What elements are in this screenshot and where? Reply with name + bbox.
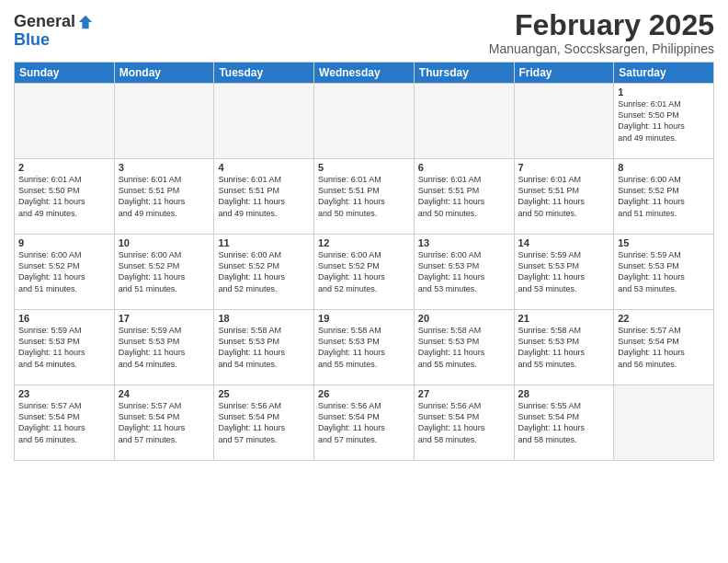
month-title: February 2025 bbox=[489, 9, 714, 41]
col-header-saturday: Saturday bbox=[614, 63, 714, 84]
calendar-week-5: 23Sunrise: 5:57 AM Sunset: 5:54 PM Dayli… bbox=[15, 385, 714, 461]
logo-general: General bbox=[14, 13, 75, 31]
day-info: Sunrise: 5:58 AM Sunset: 5:53 PM Dayligh… bbox=[418, 325, 510, 370]
calendar-cell bbox=[614, 385, 714, 461]
day-number: 17 bbox=[119, 313, 210, 324]
calendar-cell: 9Sunrise: 6:00 AM Sunset: 5:52 PM Daylig… bbox=[15, 235, 115, 310]
calendar-cell: 11Sunrise: 6:00 AM Sunset: 5:52 PM Dayli… bbox=[214, 235, 314, 310]
calendar-cell: 13Sunrise: 6:00 AM Sunset: 5:53 PM Dayli… bbox=[414, 235, 514, 310]
calendar-cell bbox=[15, 84, 115, 159]
day-info: Sunrise: 6:01 AM Sunset: 5:51 PM Dayligh… bbox=[518, 174, 610, 219]
calendar-cell: 24Sunrise: 5:57 AM Sunset: 5:54 PM Dayli… bbox=[114, 385, 214, 461]
day-number: 12 bbox=[318, 237, 410, 248]
day-info: Sunrise: 6:00 AM Sunset: 5:52 PM Dayligh… bbox=[119, 249, 210, 294]
day-info: Sunrise: 5:56 AM Sunset: 5:54 PM Dayligh… bbox=[418, 400, 510, 445]
calendar-cell: 27Sunrise: 5:56 AM Sunset: 5:54 PM Dayli… bbox=[414, 385, 514, 461]
calendar-cell: 20Sunrise: 5:58 AM Sunset: 5:53 PM Dayli… bbox=[414, 310, 514, 385]
calendar-cell bbox=[314, 84, 415, 159]
calendar-cell bbox=[514, 84, 614, 159]
day-number: 15 bbox=[618, 237, 710, 248]
col-header-tuesday: Tuesday bbox=[214, 63, 314, 84]
day-number: 9 bbox=[18, 237, 110, 248]
day-number: 6 bbox=[418, 162, 510, 173]
calendar-header-row: SundayMondayTuesdayWednesdayThursdayFrid… bbox=[15, 63, 714, 84]
calendar-cell: 7Sunrise: 6:01 AM Sunset: 5:51 PM Daylig… bbox=[514, 159, 614, 235]
calendar-cell: 17Sunrise: 5:59 AM Sunset: 5:53 PM Dayli… bbox=[114, 310, 214, 385]
col-header-wednesday: Wednesday bbox=[314, 63, 415, 84]
day-number: 8 bbox=[618, 162, 710, 173]
day-info: Sunrise: 5:58 AM Sunset: 5:53 PM Dayligh… bbox=[518, 325, 610, 370]
calendar-cell: 14Sunrise: 5:59 AM Sunset: 5:53 PM Dayli… bbox=[514, 235, 614, 310]
day-info: Sunrise: 5:57 AM Sunset: 5:54 PM Dayligh… bbox=[18, 400, 110, 445]
day-number: 2 bbox=[18, 162, 110, 173]
col-header-sunday: Sunday bbox=[15, 63, 115, 84]
day-info: Sunrise: 5:59 AM Sunset: 5:53 PM Dayligh… bbox=[18, 325, 110, 370]
day-number: 20 bbox=[418, 313, 510, 324]
day-info: Sunrise: 6:01 AM Sunset: 5:50 PM Dayligh… bbox=[18, 174, 110, 219]
title-block: February 2025 Manuangan, Soccsksargen, P… bbox=[489, 9, 714, 56]
day-info: Sunrise: 6:01 AM Sunset: 5:51 PM Dayligh… bbox=[119, 174, 210, 219]
calendar-cell: 19Sunrise: 5:58 AM Sunset: 5:53 PM Dayli… bbox=[314, 310, 415, 385]
day-info: Sunrise: 6:01 AM Sunset: 5:51 PM Dayligh… bbox=[418, 174, 510, 219]
day-info: Sunrise: 5:59 AM Sunset: 5:53 PM Dayligh… bbox=[618, 249, 710, 294]
calendar-cell: 1Sunrise: 6:01 AM Sunset: 5:50 PM Daylig… bbox=[614, 84, 714, 159]
day-info: Sunrise: 5:56 AM Sunset: 5:54 PM Dayligh… bbox=[218, 400, 310, 445]
day-number: 24 bbox=[119, 388, 210, 399]
logo: General Blue bbox=[14, 13, 94, 50]
svg-marker-0 bbox=[79, 16, 92, 29]
calendar-cell: 25Sunrise: 5:56 AM Sunset: 5:54 PM Dayli… bbox=[214, 385, 314, 461]
calendar-cell: 26Sunrise: 5:56 AM Sunset: 5:54 PM Dayli… bbox=[314, 385, 415, 461]
col-header-friday: Friday bbox=[514, 63, 614, 84]
day-info: Sunrise: 6:00 AM Sunset: 5:52 PM Dayligh… bbox=[318, 249, 410, 294]
day-number: 19 bbox=[318, 313, 410, 324]
day-number: 13 bbox=[418, 237, 510, 248]
day-info: Sunrise: 5:56 AM Sunset: 5:54 PM Dayligh… bbox=[318, 400, 410, 445]
day-number: 25 bbox=[218, 388, 310, 399]
col-header-monday: Monday bbox=[114, 63, 214, 84]
calendar-cell: 2Sunrise: 6:01 AM Sunset: 5:50 PM Daylig… bbox=[15, 159, 115, 235]
day-info: Sunrise: 6:00 AM Sunset: 5:53 PM Dayligh… bbox=[418, 249, 510, 294]
calendar-cell: 28Sunrise: 5:55 AM Sunset: 5:54 PM Dayli… bbox=[514, 385, 614, 461]
page: General Blue February 2025 Manuangan, So… bbox=[0, 0, 728, 563]
day-info: Sunrise: 6:00 AM Sunset: 5:52 PM Dayligh… bbox=[18, 249, 110, 294]
day-info: Sunrise: 6:01 AM Sunset: 5:51 PM Dayligh… bbox=[318, 174, 410, 219]
day-number: 1 bbox=[618, 86, 710, 98]
day-number: 22 bbox=[618, 313, 710, 324]
day-number: 4 bbox=[218, 162, 310, 173]
calendar-cell: 22Sunrise: 5:57 AM Sunset: 5:54 PM Dayli… bbox=[614, 310, 714, 385]
calendar-cell bbox=[114, 84, 214, 159]
calendar-cell: 8Sunrise: 6:00 AM Sunset: 5:52 PM Daylig… bbox=[614, 159, 714, 235]
calendar-cell: 12Sunrise: 6:00 AM Sunset: 5:52 PM Dayli… bbox=[314, 235, 415, 310]
day-number: 11 bbox=[218, 237, 310, 248]
day-info: Sunrise: 5:57 AM Sunset: 5:54 PM Dayligh… bbox=[618, 325, 710, 370]
calendar-week-3: 9Sunrise: 6:00 AM Sunset: 5:52 PM Daylig… bbox=[15, 235, 714, 310]
day-number: 5 bbox=[318, 162, 410, 173]
calendar-cell: 10Sunrise: 6:00 AM Sunset: 5:52 PM Dayli… bbox=[114, 235, 214, 310]
day-info: Sunrise: 5:58 AM Sunset: 5:53 PM Dayligh… bbox=[318, 325, 410, 370]
day-number: 14 bbox=[518, 237, 610, 248]
calendar-cell: 15Sunrise: 5:59 AM Sunset: 5:53 PM Dayli… bbox=[614, 235, 714, 310]
day-number: 7 bbox=[518, 162, 610, 173]
calendar-cell: 4Sunrise: 6:01 AM Sunset: 5:51 PM Daylig… bbox=[214, 159, 314, 235]
logo-blue: Blue bbox=[14, 31, 50, 50]
calendar-cell: 18Sunrise: 5:58 AM Sunset: 5:53 PM Dayli… bbox=[214, 310, 314, 385]
calendar-cell bbox=[214, 84, 314, 159]
day-number: 26 bbox=[318, 388, 410, 399]
col-header-thursday: Thursday bbox=[414, 63, 514, 84]
calendar-week-4: 16Sunrise: 5:59 AM Sunset: 5:53 PM Dayli… bbox=[15, 310, 714, 385]
day-number: 10 bbox=[119, 237, 210, 248]
calendar-week-2: 2Sunrise: 6:01 AM Sunset: 5:50 PM Daylig… bbox=[15, 159, 714, 235]
day-number: 28 bbox=[518, 388, 610, 399]
day-number: 16 bbox=[18, 313, 110, 324]
day-number: 23 bbox=[18, 388, 110, 399]
calendar-cell bbox=[414, 84, 514, 159]
day-info: Sunrise: 6:00 AM Sunset: 5:52 PM Dayligh… bbox=[218, 249, 310, 294]
header: General Blue February 2025 Manuangan, So… bbox=[14, 9, 714, 56]
day-info: Sunrise: 6:01 AM Sunset: 5:51 PM Dayligh… bbox=[218, 174, 310, 219]
logo-icon bbox=[77, 14, 94, 30]
calendar-cell: 3Sunrise: 6:01 AM Sunset: 5:51 PM Daylig… bbox=[114, 159, 214, 235]
day-info: Sunrise: 5:58 AM Sunset: 5:53 PM Dayligh… bbox=[218, 325, 310, 370]
day-info: Sunrise: 6:00 AM Sunset: 5:52 PM Dayligh… bbox=[618, 174, 710, 219]
calendar: SundayMondayTuesdayWednesdayThursdayFrid… bbox=[14, 62, 714, 461]
calendar-cell: 16Sunrise: 5:59 AM Sunset: 5:53 PM Dayli… bbox=[15, 310, 115, 385]
